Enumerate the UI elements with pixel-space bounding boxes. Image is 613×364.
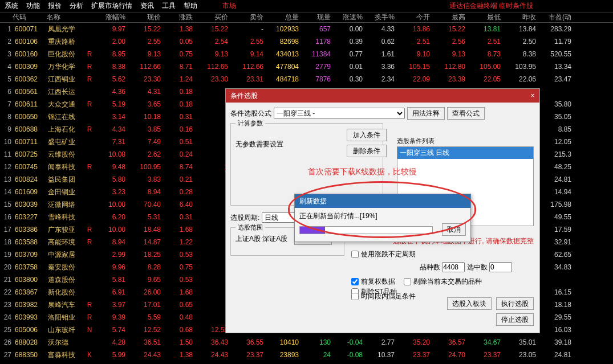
add-condition-button[interactable]: 加入条件 bbox=[347, 129, 387, 141]
pct-change: 4.34 bbox=[94, 125, 125, 133]
stop-select-button[interactable]: 停止选股 bbox=[496, 313, 534, 326]
stock-code: 600561 bbox=[13, 88, 47, 96]
stock-name: 凤凰光学 bbox=[47, 24, 86, 34]
cb-qfq[interactable]: 前复权数据 bbox=[351, 277, 395, 287]
price: 100.95 bbox=[125, 163, 161, 171]
bid: 112.65 bbox=[193, 63, 228, 71]
column-header[interactable]: 最低 bbox=[465, 13, 501, 22]
price: 3.65 bbox=[125, 100, 161, 108]
row-index: 7 bbox=[0, 100, 13, 108]
table-row[interactable]: 4600309万华化学R8.38112.668.71112.65112.6647… bbox=[0, 60, 613, 73]
price: 70.40 bbox=[125, 201, 161, 208]
table-row[interactable]: 26688028沃尔德4.2836.511.5036.4336.55104101… bbox=[0, 336, 613, 349]
table-row[interactable]: 27688350富淼科技K5.9924.431.3824.4323.372389… bbox=[0, 349, 613, 361]
list-item[interactable]: 一阳穿三线 日线 bbox=[397, 147, 533, 159]
stock-flag: R bbox=[86, 100, 94, 108]
menu-item[interactable]: 帮助 bbox=[184, 1, 197, 11]
delete-condition-button[interactable]: 删除条件 bbox=[347, 145, 387, 157]
speed: 0.77 bbox=[331, 50, 363, 58]
price: 14.87 bbox=[125, 238, 161, 246]
volume: 23893 bbox=[263, 351, 299, 359]
pe-ratio: 35.05 bbox=[536, 113, 571, 121]
column-header[interactable]: 总量 bbox=[263, 13, 299, 22]
pct-change: 10.00 bbox=[94, 201, 125, 208]
ask: 112.66 bbox=[228, 63, 263, 71]
high: 15.22 bbox=[430, 25, 465, 33]
column-header[interactable]: 涨幅% bbox=[94, 13, 125, 22]
row-index: 4 bbox=[0, 63, 13, 71]
column-header[interactable]: 卖价 bbox=[228, 13, 263, 22]
column-header[interactable]: 名称 bbox=[47, 13, 86, 22]
species-count-label: 品种数 bbox=[420, 263, 440, 271]
menu-item[interactable]: 工具 bbox=[162, 1, 176, 11]
view-formula-button[interactable]: 查看公式 bbox=[447, 107, 485, 120]
stock-code: 600611 bbox=[13, 100, 47, 108]
column-header[interactable]: 现价 bbox=[125, 13, 161, 22]
column-header[interactable]: 代码 bbox=[13, 13, 47, 22]
stock-name: 金田铜业 bbox=[47, 187, 86, 197]
cb-exclude-nontrading[interactable]: 剔除当前未交易的品种 bbox=[404, 277, 482, 287]
menu-item[interactable]: 报价 bbox=[48, 1, 62, 11]
row-index: 27 bbox=[0, 351, 13, 359]
column-header[interactable]: 市盈(动 bbox=[536, 13, 571, 22]
column-header[interactable]: 最高 bbox=[430, 13, 465, 22]
stock-name: 广东骏亚 bbox=[47, 225, 86, 235]
table-row[interactable]: 2600106重庆路桥2.002.550.052.542.55826981178… bbox=[0, 35, 613, 48]
ask: 9.14 bbox=[228, 50, 263, 58]
low: 34.67 bbox=[465, 338, 501, 346]
price: 17.01 bbox=[125, 301, 161, 309]
stock-name: 泉峰汽车 bbox=[47, 300, 86, 310]
menu-item[interactable]: 系统 bbox=[5, 1, 18, 11]
pct-change: 8.94 bbox=[94, 238, 125, 246]
formula-select[interactable]: 一阳穿三线 - bbox=[274, 108, 405, 119]
close-icon[interactable]: × bbox=[526, 89, 539, 103]
stock-code: 600309 bbox=[13, 63, 47, 71]
to-block-button[interactable]: 选股入板块 bbox=[447, 297, 492, 310]
stock-name: 巨化股份 bbox=[47, 50, 86, 59]
stock-flag: R bbox=[86, 163, 94, 171]
table-row[interactable]: 3600160巨化股份R8.959.130.759.139.1443401311… bbox=[0, 48, 613, 60]
pe-ratio: 39.18 bbox=[536, 338, 571, 346]
bid: 1 bbox=[193, 163, 228, 171]
run-select-button[interactable]: 执行选股 bbox=[496, 297, 534, 310]
column-header[interactable]: 现量 bbox=[299, 13, 331, 22]
column-header[interactable]: 涨跌 bbox=[161, 13, 193, 22]
column-header[interactable]: 涨速% bbox=[331, 13, 363, 22]
table-row[interactable]: 1600071凤凰光学9.9715.221.3815.22-1029336570… bbox=[0, 23, 613, 35]
low: 2.51 bbox=[465, 38, 501, 46]
row-index: 14 bbox=[0, 188, 13, 196]
ask: 23.31 bbox=[228, 75, 263, 83]
high: 112.80 bbox=[430, 63, 465, 71]
menu-item[interactable]: 资讯 bbox=[140, 1, 154, 11]
column-header[interactable]: 换手% bbox=[363, 13, 395, 22]
stock-flag: R bbox=[86, 301, 94, 309]
calc-params-legend: 计算参数 bbox=[236, 119, 265, 128]
cb-time-range[interactable]: 时间段内满足条件 bbox=[351, 292, 416, 301]
menu-item[interactable]: 分析 bbox=[70, 1, 83, 11]
table-row[interactable]: 5600362江西铜业R5.6223.301.2423.3023.3148471… bbox=[0, 73, 613, 85]
stock-code: 603800 bbox=[13, 276, 47, 284]
pct-change: 6.91 bbox=[94, 288, 125, 296]
stock-name: 雪峰科技 bbox=[47, 212, 86, 222]
pct-change: 2.99 bbox=[94, 251, 125, 259]
change: 1.24 bbox=[161, 75, 193, 83]
stock-code: 600071 bbox=[13, 25, 47, 33]
dialog-title: 条件选股 bbox=[230, 89, 258, 103]
stock-name: 江西铜业 bbox=[47, 75, 86, 84]
column-header[interactable]: 买价 bbox=[193, 13, 228, 22]
column-header[interactable]: 今开 bbox=[395, 13, 430, 22]
row-index: 15 bbox=[0, 201, 13, 208]
usage-button[interactable]: 用法注释 bbox=[407, 107, 445, 120]
menu-item[interactable]: 功能 bbox=[26, 1, 40, 11]
row-index: 23 bbox=[0, 301, 13, 309]
market-tab[interactable]: 市场 bbox=[222, 1, 236, 11]
pe-ratio: 35.80 bbox=[536, 100, 571, 108]
stock-flag: R bbox=[86, 238, 94, 246]
stock-code: 600711 bbox=[13, 138, 47, 146]
cb-no-period[interactable]: 使用涨跌不定周期 bbox=[351, 250, 416, 259]
menu-item[interactable]: 扩展市场行情 bbox=[91, 1, 132, 11]
stock-code: 603039 bbox=[13, 201, 47, 208]
stock-code: 688350 bbox=[13, 351, 47, 359]
stock-name: 益民集团 bbox=[47, 175, 86, 185]
column-header[interactable]: 昨收 bbox=[501, 13, 536, 22]
